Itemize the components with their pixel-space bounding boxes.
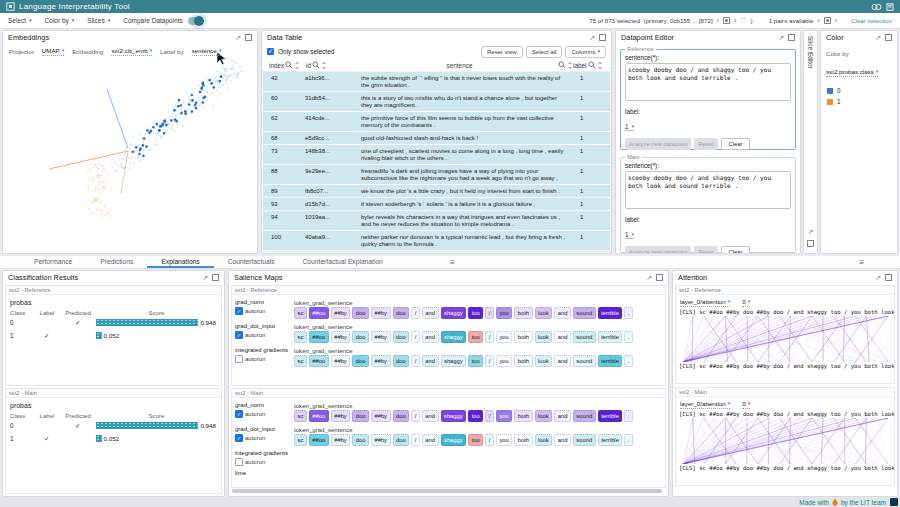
popout-icon[interactable]: ↗ xyxy=(202,274,208,281)
popout-icon[interactable]: ↗ xyxy=(875,34,881,41)
maximize-icon[interactable] xyxy=(599,34,606,41)
table-body[interactable]: 42a1bc96...the subtle strength of `` ell… xyxy=(263,72,610,252)
maximize-icon[interactable] xyxy=(656,274,663,281)
table-row[interactable]: 123dba54c...turns potentially forgettabl… xyxy=(263,251,610,252)
slices-menu[interactable]: Slices▾ xyxy=(87,17,110,24)
lit-logo-icon xyxy=(6,2,15,11)
app-title: Language Interpretability Tool xyxy=(19,2,130,11)
analyze-new-datapoint-button[interactable]: Analyze new datapoint xyxy=(625,246,691,254)
tab-performance[interactable]: Performance xyxy=(20,256,86,268)
tab-counterfactual-explanation[interactable]: Counterfactual Explanation xyxy=(289,256,397,268)
analyze-new-datapoint-button[interactable]: Analyze new datapoint xyxy=(625,138,691,150)
table-row[interactable]: 941019aa...byler reveals his characters … xyxy=(263,211,610,231)
table-row[interactable]: 93d15b7d...if steven soderbergh 's ` sol… xyxy=(263,198,610,211)
clear-selection-link[interactable]: Clear selection xyxy=(851,17,892,24)
horizontal-scrollbar[interactable] xyxy=(232,489,662,493)
autorun-checkbox[interactable] xyxy=(235,458,243,466)
maximize-icon[interactable] xyxy=(788,34,795,41)
maximize-icon[interactable] xyxy=(885,274,892,281)
clear-button[interactable]: Clear xyxy=(721,246,751,254)
projector-select[interactable]: UMAP▾ xyxy=(42,47,64,56)
link-icon[interactable] xyxy=(871,3,882,11)
label-select[interactable]: 1▾ xyxy=(625,231,634,239)
autorun-checkbox[interactable]: ✓ xyxy=(235,410,243,418)
pair-icon[interactable] xyxy=(824,17,831,24)
prev-datapoint-icon[interactable]: ‹ xyxy=(717,17,719,24)
search-icon[interactable] xyxy=(312,61,320,69)
next-pair-icon[interactable]: › xyxy=(835,17,837,24)
token-chip: shaggy xyxy=(441,331,467,343)
column-header-index[interactable]: index xyxy=(264,61,306,70)
autorun-checkbox[interactable]: ✓ xyxy=(235,331,243,339)
token-chip: terrible xyxy=(598,307,623,319)
colorby-menu[interactable]: Color by▾ xyxy=(45,17,75,24)
splitter-handle-icon[interactable]: ≡ xyxy=(450,257,455,268)
token-chip: both xyxy=(514,434,532,446)
sort-icon[interactable] xyxy=(321,61,327,70)
maximize-icon[interactable] xyxy=(245,34,252,41)
reset-button[interactable]: Reset xyxy=(694,246,717,254)
labelby-select[interactable]: sentence▾ xyxy=(192,47,222,56)
table-row[interactable]: 889e29ee...fresnadillo 's dark and jolti… xyxy=(263,165,610,185)
favorite-icon[interactable]: ♡ xyxy=(740,17,746,25)
tab-explanations[interactable]: Explanations xyxy=(147,256,213,268)
table-row[interactable]: 73148b38...one of creepiest , scariest m… xyxy=(263,145,610,165)
autorun-checkbox[interactable]: ✓ xyxy=(235,434,243,442)
tab-predictions[interactable]: Predictions xyxy=(86,256,147,268)
reset-button[interactable]: Reset xyxy=(694,138,717,150)
attention-layer-select[interactable]: layer_0/attention▾ xyxy=(680,298,730,307)
attention-layer-select[interactable]: layer_0/attention▾ xyxy=(680,400,730,409)
table-row[interactable]: 10040aba9...neither parker nor donovan i… xyxy=(263,231,610,251)
search-icon[interactable] xyxy=(285,61,293,69)
sentence-input[interactable]: scooby dooby doo / and shaggy too / you … xyxy=(625,63,791,101)
prev-pair-icon[interactable]: ‹ xyxy=(817,17,819,24)
colorby-select[interactable]: sst2:probas:class▾ xyxy=(826,68,878,77)
select-menu[interactable]: Select▾ xyxy=(8,17,32,24)
sort-icon[interactable] xyxy=(597,61,603,70)
sentence-input[interactable]: scooby dooby doo / and shaggy too / you … xyxy=(625,171,791,209)
attention-head-select[interactable]: 0▾ xyxy=(742,298,750,307)
embedding-select[interactable]: sst2:cls_emb▾ xyxy=(111,47,152,56)
reset-view-button[interactable]: Reset view xyxy=(481,46,523,58)
embeddings-scatter-plot[interactable] xyxy=(3,44,257,253)
clear-button[interactable]: Clear xyxy=(721,138,751,150)
popout-icon[interactable]: ↗ xyxy=(235,34,241,41)
only-show-selected-checkbox[interactable]: ✓ xyxy=(267,48,274,55)
token-chip: ##by xyxy=(371,331,391,343)
next-datapoint-icon[interactable]: › xyxy=(734,17,736,24)
maximize-icon[interactable] xyxy=(885,34,892,41)
select-all-button[interactable]: Select all xyxy=(526,46,563,58)
token-chip: you xyxy=(496,331,512,343)
datapoint-icon[interactable] xyxy=(723,17,730,24)
table-row[interactable]: 6031db54...this is a story of two misfit… xyxy=(263,92,610,112)
docs-icon[interactable] xyxy=(886,3,894,11)
popout-icon[interactable]: ↗ xyxy=(646,274,652,281)
tab-counterfactuals[interactable]: Counterfactuals xyxy=(214,256,289,268)
token-chip: / xyxy=(411,355,420,367)
sort-icon[interactable] xyxy=(294,61,300,70)
maximize-icon[interactable] xyxy=(807,240,814,247)
table-row[interactable]: 68e5d9cc...good old-fashioned slash-and-… xyxy=(263,132,610,145)
slice-editor-strip[interactable]: Slice Editor ↗ xyxy=(803,30,818,254)
label-select[interactable]: 1▾ xyxy=(625,123,634,131)
compare-datapoints-toggle[interactable] xyxy=(188,17,203,25)
search-icon[interactable] xyxy=(558,61,566,69)
column-header-sentence[interactable]: sentence xyxy=(362,61,573,70)
popout-icon[interactable]: ↗ xyxy=(778,34,784,41)
token-chip: you xyxy=(496,355,512,367)
table-row[interactable]: 89fb8c07...we know the plot 's a little … xyxy=(263,185,610,198)
table-row[interactable]: 42a1bc96...the subtle strength of `` ell… xyxy=(263,72,610,92)
popout-icon[interactable]: ↗ xyxy=(808,228,814,235)
maximize-icon[interactable] xyxy=(212,274,219,281)
panel-menu-icon[interactable]: ≡ xyxy=(859,257,864,268)
popout-icon[interactable]: ↗ xyxy=(589,34,595,41)
popout-icon[interactable]: ↗ xyxy=(875,274,881,281)
attention-head-select[interactable]: 0▾ xyxy=(742,400,750,409)
columns-button[interactable]: Columns▾ xyxy=(565,46,606,58)
column-header-id[interactable]: id xyxy=(306,61,362,70)
autorun-checkbox[interactable] xyxy=(235,355,243,363)
table-row[interactable]: 62414cde...the primitive force of this f… xyxy=(263,112,610,132)
autorun-checkbox[interactable]: ✓ xyxy=(235,307,243,315)
column-header-label[interactable]: label xyxy=(573,61,609,70)
search-icon[interactable] xyxy=(588,61,596,69)
